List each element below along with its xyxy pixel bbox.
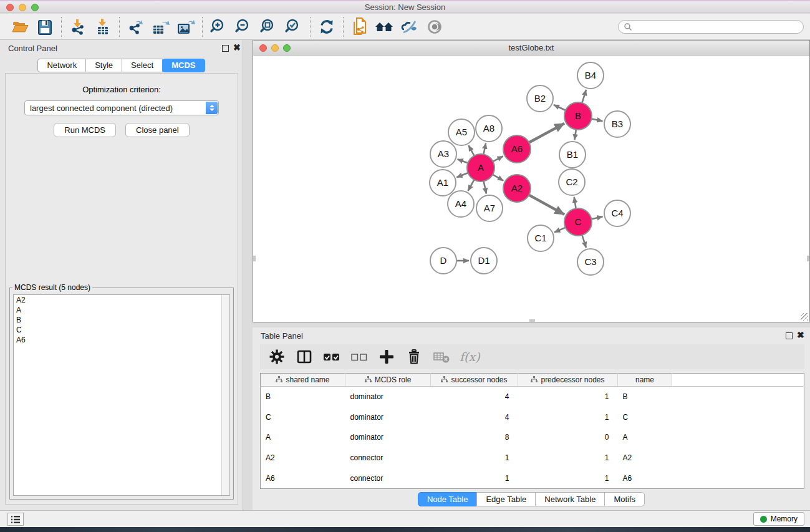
graph-node-B1[interactable]: B1 [559,142,586,168]
table-cell[interactable]: dominator [345,407,431,427]
graph-node-B4[interactable]: B4 [577,62,604,89]
graph-node-A3[interactable]: A3 [430,141,456,167]
save-session-icon[interactable] [32,16,57,38]
add-column-icon[interactable] [376,346,397,367]
export-image-icon[interactable] [173,16,198,38]
graph-edge-A2-C[interactable] [528,195,564,215]
table-cell[interactable]: 8 [431,427,518,448]
table-cell[interactable]: 1 [518,448,618,468]
tab-network[interactable]: Network [37,59,86,72]
graph-node-B2[interactable]: B2 [527,85,553,112]
graph-node-D1[interactable]: D1 [471,248,497,274]
graph-node-C4[interactable]: C4 [604,200,630,226]
graph-edge-A-A7[interactable] [483,181,486,194]
tab-network-table[interactable]: Network Table [535,492,605,506]
graph-edge-B-B4[interactable] [582,90,586,104]
reset-layout-home-icon[interactable] [372,16,397,38]
table-cell[interactable]: 0 [518,427,618,448]
table-cell[interactable]: 4 [431,407,518,427]
import-network-icon[interactable] [65,16,90,38]
graph-edge-C-C4[interactable] [591,216,602,219]
close-panel-icon[interactable]: ✖ [233,42,241,52]
column-shared-name[interactable]: shared name [261,374,345,387]
table-cell[interactable]: C [261,407,345,427]
split-columns-icon[interactable] [294,346,315,367]
delete-column-icon[interactable] [403,346,425,367]
graph-edge-A6-B[interactable] [528,123,564,143]
graph-node-A[interactable]: A [467,154,494,181]
close-table-panel-icon[interactable]: ✖ [797,330,804,340]
table-cell[interactable]: connector [345,468,431,489]
table-row[interactable]: Adominator80A [261,427,804,448]
graph-edge-A-A5[interactable] [468,145,475,156]
export-table-icon[interactable] [148,16,173,38]
table-cell[interactable]: dominator [345,427,431,448]
graph-node-D[interactable]: D [430,248,456,274]
tab-edge-table[interactable]: Edge Table [476,492,536,506]
refresh-view-icon[interactable] [314,16,339,38]
table-cell[interactable]: 4 [431,387,518,407]
graph-edge-C-C2[interactable] [574,197,576,210]
graph-edge-B-B3[interactable] [591,118,603,121]
task-history-button[interactable] [7,513,24,526]
table-cell[interactable]: 1 [431,448,518,468]
table-cell[interactable]: 1 [518,407,618,427]
table-cell[interactable]: A [261,427,345,448]
graph-edge-A-A2[interactable] [492,174,503,180]
graph-edge-C-C3[interactable] [582,235,586,248]
delete-table-icon[interactable] [431,346,452,367]
table-cell[interactable]: A6 [618,468,672,489]
search-box[interactable] [618,20,804,34]
graph-edge-A-A4[interactable] [468,179,475,191]
resize-grip[interactable] [801,313,808,321]
column-predecessor-nodes[interactable]: predecessor nodes [518,374,618,387]
table-row[interactable]: Bdominator41B [261,387,804,407]
table-cell[interactable]: A2 [618,448,672,468]
select-all-checkboxes-icon[interactable] [321,346,342,367]
graph-node-A5[interactable]: A5 [448,119,475,145]
show-graphics-details-icon[interactable] [422,16,447,38]
deselect-all-checkboxes-icon[interactable] [349,346,370,367]
graph-edge-C-C1[interactable] [554,227,566,232]
graph-node-C[interactable]: C [564,208,592,236]
result-list-item[interactable]: A [14,305,229,315]
table-cell[interactable]: A [618,427,672,448]
network-canvas[interactable]: B4B2BB3B1A5A8A6A3AA1C2A2A4A7C4CC1C3DD1 [253,56,809,322]
result-scrollbar[interactable] [221,295,229,495]
tab-mcds[interactable]: MCDS [162,59,205,72]
tab-select[interactable]: Select [122,59,163,72]
table-cell[interactable]: B [261,387,345,407]
graph-edge-A-A6[interactable] [493,156,503,162]
zoom-fit-icon[interactable] [256,16,281,38]
graph-node-A7[interactable]: A7 [476,195,503,221]
node-table[interactable]: shared name MCDS role successor nodes pr… [260,373,804,489]
graph-node-C3[interactable]: C3 [577,249,604,275]
table-cell[interactable]: connector [345,448,431,468]
graph-node-A2[interactable]: A2 [503,175,531,202]
graph-node-A4[interactable]: A4 [448,191,474,217]
result-list-item[interactable]: A6 [14,335,229,345]
graph-node-A6[interactable]: A6 [503,135,531,163]
table-settings-icon[interactable] [266,346,287,367]
criterion-dropdown[interactable]: largest connected component (directed) [24,100,219,115]
graph-node-A8[interactable]: A8 [476,115,502,142]
graph-node-C1[interactable]: C1 [528,225,554,251]
column-name[interactable]: name [618,374,672,387]
result-list-item[interactable]: C [14,325,229,335]
hide-graphics-details-icon[interactable] [397,16,422,38]
column-successor-nodes[interactable]: successor nodes [431,374,518,387]
table-cell[interactable]: C [618,407,672,427]
close-panel-button[interactable]: Close panel [125,123,190,137]
search-input[interactable] [632,22,798,31]
export-network-icon[interactable] [123,16,148,38]
table-row[interactable]: Cdominator41C [261,407,804,427]
graph-edge-B-B1[interactable] [574,129,576,140]
graph-node-B3[interactable]: B3 [604,111,630,137]
import-table-icon[interactable] [90,16,115,38]
graph-edge-A-A3[interactable] [458,159,469,163]
table-row[interactable]: A6connector11A6 [261,468,804,489]
memory-button[interactable]: Memory [753,512,804,526]
graph-node-C2[interactable]: C2 [559,169,585,195]
apply-function-icon[interactable]: f(x) [460,350,480,364]
table-cell[interactable]: A2 [261,448,345,468]
